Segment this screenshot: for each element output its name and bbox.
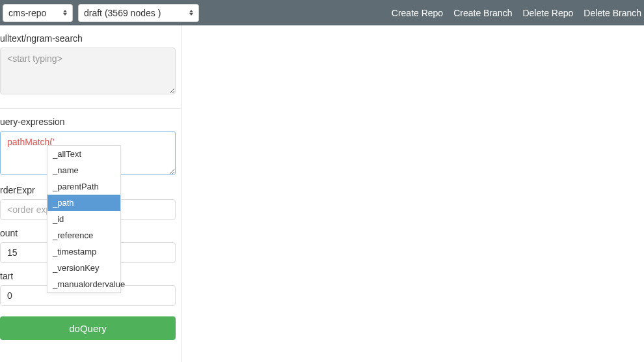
autocomplete-dropdown: _allText_name_parentPath_path_id_referen…: [47, 145, 121, 293]
autocomplete-item[interactable]: _allText: [47, 146, 120, 162]
topbar-left: cms-repo draft (3569 nodes ): [3, 4, 199, 22]
main: ulltext/ngram-search uery-expression _al…: [0, 25, 644, 362]
create-branch-link[interactable]: Create Branch: [453, 8, 512, 18]
autocomplete-item[interactable]: _parentPath: [47, 178, 120, 195]
left-panel: ulltext/ngram-search uery-expression _al…: [0, 25, 181, 362]
branch-select[interactable]: draft (3569 nodes ): [78, 4, 199, 22]
delete-repo-link[interactable]: Delete Repo: [522, 8, 573, 18]
create-repo-link[interactable]: Create Repo: [392, 8, 443, 18]
autocomplete-item[interactable]: _id: [47, 211, 120, 227]
fulltext-label: ulltext/ngram-search: [0, 25, 176, 48]
fulltext-input[interactable]: [0, 48, 176, 94]
updown-icon: [63, 8, 68, 18]
updown-icon: [189, 8, 195, 18]
branch-select-value: draft (3569 nodes ): [84, 8, 161, 18]
topbar: cms-repo draft (3569 nodes ) Create Repo…: [0, 0, 644, 25]
autocomplete-item[interactable]: _manualordervalue: [47, 276, 120, 292]
autocomplete-item[interactable]: _versionKey: [47, 260, 120, 276]
repo-select[interactable]: cms-repo: [3, 4, 73, 22]
repo-select-value: cms-repo: [8, 8, 46, 18]
autocomplete-item[interactable]: _name: [47, 162, 120, 178]
doquery-button[interactable]: doQuery: [0, 316, 176, 340]
query-expression-label: uery-expression: [0, 109, 176, 131]
autocomplete-item[interactable]: _path: [47, 195, 120, 211]
delete-branch-link[interactable]: Delete Branch: [584, 8, 641, 18]
autocomplete-item[interactable]: _reference: [47, 227, 120, 244]
topbar-actions: Create Repo Create Branch Delete Repo De…: [392, 8, 641, 18]
autocomplete-item[interactable]: _timestamp: [47, 244, 120, 260]
